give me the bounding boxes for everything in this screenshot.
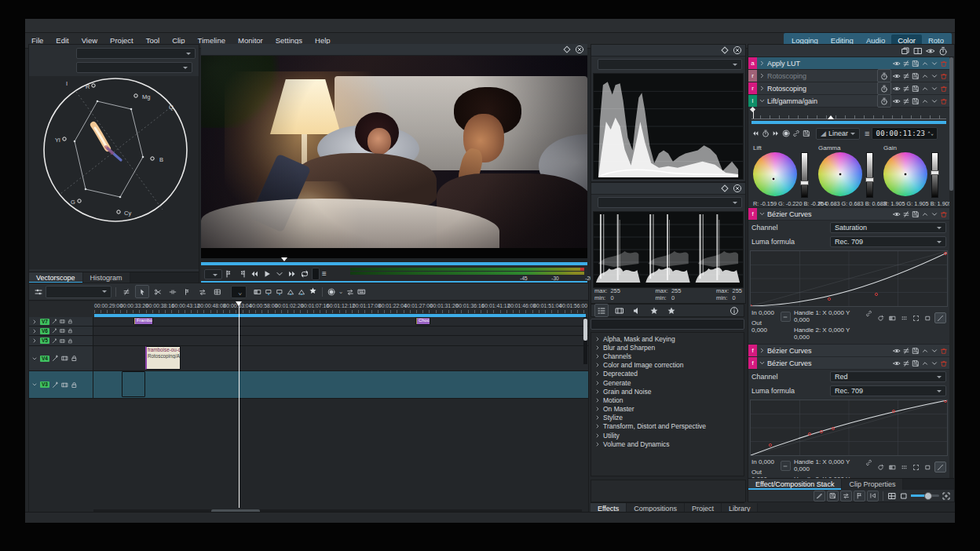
compare-effect-icon[interactable] bbox=[902, 347, 910, 355]
filmtrack-icon[interactable] bbox=[613, 305, 626, 316]
category-deprecated[interactable]: Deprecated bbox=[591, 370, 744, 378]
record-dropdown-icon[interactable]: ⌄ bbox=[338, 288, 344, 295]
timeline-settings-icon[interactable] bbox=[34, 287, 43, 297]
chevron-down-icon[interactable] bbox=[31, 356, 38, 362]
chevron-down-icon[interactable] bbox=[759, 97, 766, 104]
keyframe-zone-bar[interactable] bbox=[751, 121, 946, 124]
keyframe-timer-button[interactable] bbox=[877, 69, 891, 82]
move-up-icon[interactable] bbox=[921, 97, 929, 105]
chevron-right-icon[interactable] bbox=[31, 319, 38, 325]
down-icon[interactable] bbox=[275, 269, 284, 279]
kf-add-icon[interactable] bbox=[762, 130, 770, 137]
float-icon[interactable] bbox=[720, 46, 730, 55]
float-icon[interactable] bbox=[562, 45, 572, 54]
tostart-button[interactable] bbox=[867, 491, 879, 502]
insert-zone-icon[interactable] bbox=[181, 286, 194, 297]
reset-curve-icon[interactable] bbox=[876, 462, 886, 472]
kf-save-icon[interactable] bbox=[803, 130, 810, 137]
lgg-menu-icon[interactable]: ≡ bbox=[865, 129, 869, 138]
track-lane-v3[interactable] bbox=[93, 371, 588, 398]
chevron-right-icon[interactable] bbox=[31, 328, 38, 334]
zone-out-icon[interactable] bbox=[237, 269, 247, 279]
link-handles-icon[interactable] bbox=[865, 459, 872, 466]
save-preset-icon[interactable] bbox=[912, 347, 920, 355]
effect-row-apply-lut[interactable]: aApply LUT bbox=[748, 57, 949, 70]
enable-effect-icon[interactable] bbox=[893, 85, 901, 93]
reset-curve-icon[interactable] bbox=[876, 313, 886, 323]
tab-vectorscope[interactable]: Vectorscope bbox=[29, 272, 83, 283]
monitor-seekbar[interactable] bbox=[201, 258, 587, 265]
effect-row-b-zier-curves[interactable]: fBézier Curves bbox=[748, 208, 949, 221]
forward-icon[interactable] bbox=[287, 269, 297, 279]
curve-mode-icon[interactable] bbox=[934, 462, 946, 473]
timer-icon[interactable] bbox=[938, 46, 948, 56]
tab-effect-composition-stack[interactable]: Effect/Composition Stack bbox=[748, 479, 842, 490]
list-icon[interactable] bbox=[594, 304, 609, 317]
monitor-timecode[interactable] bbox=[312, 268, 320, 280]
effect-row-rotoscoping[interactable]: rRotoscoping bbox=[748, 82, 949, 95]
track-effects-icon[interactable] bbox=[52, 355, 59, 362]
track-video-icon[interactable] bbox=[61, 381, 68, 389]
dup-icon[interactable] bbox=[901, 46, 910, 56]
spacer-tool[interactable] bbox=[166, 286, 179, 297]
delete-effect-icon[interactable] bbox=[940, 60, 948, 68]
track-video-icon[interactable] bbox=[60, 338, 65, 344]
keyframe-ruler[interactable] bbox=[751, 109, 946, 119]
effect-row-rotoscoping[interactable]: rRotoscoping bbox=[748, 70, 949, 82]
effect-row-b-zier-curves[interactable]: fBézier Curves bbox=[748, 357, 949, 370]
timeline-timecode[interactable]: ⌄ bbox=[231, 286, 247, 298]
edit-mode-select[interactable] bbox=[46, 286, 112, 298]
timeline-ruler[interactable]: 00:00:29:0000:00:33:2000:00:38:1600:00:4… bbox=[29, 301, 588, 317]
lift-level-slider[interactable] bbox=[801, 152, 808, 198]
move-down-icon[interactable] bbox=[931, 72, 938, 80]
extract-zone-icon[interactable] bbox=[287, 288, 294, 296]
record-icon[interactable] bbox=[327, 288, 335, 296]
category-color-and-image-correction[interactable]: Color and Image correction bbox=[591, 361, 744, 370]
compare-effect-icon[interactable] bbox=[902, 359, 910, 367]
delete-effect-icon[interactable] bbox=[940, 359, 948, 367]
pin-icon[interactable] bbox=[923, 313, 933, 323]
track-lane-v6[interactable] bbox=[93, 327, 588, 335]
move-down-icon[interactable] bbox=[931, 60, 938, 68]
curve-editor[interactable] bbox=[750, 400, 948, 456]
remove-point-button[interactable] bbox=[781, 461, 791, 471]
gamma-color-wheel[interactable] bbox=[818, 152, 862, 196]
close-icon[interactable] bbox=[733, 46, 742, 55]
close-icon[interactable] bbox=[575, 45, 584, 54]
waveform-paint-mode-select[interactable] bbox=[598, 59, 742, 70]
adjust-icon[interactable] bbox=[346, 288, 354, 296]
move-down-icon[interactable] bbox=[931, 210, 938, 218]
resize-icon[interactable] bbox=[196, 286, 209, 297]
zone-mode-icon[interactable] bbox=[887, 491, 897, 501]
razor-tool[interactable] bbox=[152, 286, 164, 297]
chevron-right-icon[interactable] bbox=[759, 72, 766, 79]
luma-formula-select[interactable]: Rec. 709 bbox=[830, 236, 946, 247]
shortcuts-icon[interactable] bbox=[357, 287, 366, 296]
kf-prev-icon[interactable] bbox=[751, 130, 759, 137]
monitor-menu-icon[interactable]: ≡ bbox=[322, 269, 331, 279]
category-motion[interactable]: Motion bbox=[591, 396, 744, 404]
save-preset-icon[interactable] bbox=[912, 60, 920, 68]
track-head-v3[interactable]: V3 bbox=[29, 371, 93, 398]
info-icon[interactable] bbox=[728, 305, 740, 316]
track-video-icon[interactable] bbox=[60, 319, 65, 324]
float-icon[interactable] bbox=[720, 184, 730, 193]
mix-clips-icon[interactable] bbox=[254, 288, 261, 296]
category-channels[interactable]: Channels bbox=[591, 352, 744, 360]
brush-button[interactable] bbox=[814, 491, 825, 502]
kf-next-icon[interactable] bbox=[772, 130, 780, 137]
curve-editor[interactable] bbox=[750, 250, 948, 307]
overwrite-clip-icon[interactable] bbox=[276, 288, 283, 296]
track-head-v7[interactable]: V7 bbox=[29, 317, 93, 326]
delete-effect-icon[interactable] bbox=[940, 347, 948, 355]
background-select[interactable] bbox=[76, 62, 192, 73]
star-icon[interactable] bbox=[665, 305, 678, 316]
compare-effect-icon[interactable] bbox=[902, 72, 910, 80]
tab-histogram[interactable]: Histogram bbox=[83, 272, 130, 283]
track-tools-icon[interactable] bbox=[120, 286, 133, 297]
move-up-icon[interactable] bbox=[921, 72, 929, 80]
fit-icon[interactable] bbox=[911, 462, 921, 472]
category-blur-and-sharpen[interactable]: Blur and Sharpen bbox=[591, 343, 744, 352]
channel-select[interactable]: Red bbox=[830, 371, 946, 382]
track-head-v4[interactable]: V4 bbox=[29, 346, 93, 370]
